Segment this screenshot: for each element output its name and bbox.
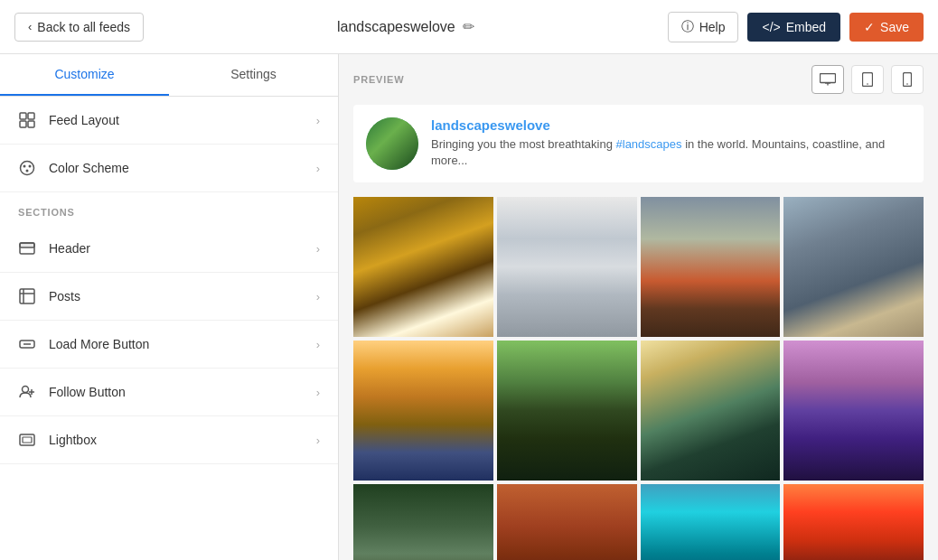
photo-cell[interactable] bbox=[353, 484, 493, 561]
desktop-view-button[interactable] bbox=[811, 65, 844, 94]
svg-rect-1 bbox=[28, 113, 34, 119]
preview-controls bbox=[811, 65, 924, 94]
chevron-right-icon-2: › bbox=[316, 162, 320, 175]
edit-icon[interactable]: ✏ bbox=[463, 18, 474, 35]
profile-header: landscapeswelove Bringing you the most b… bbox=[353, 105, 924, 182]
svg-point-7 bbox=[26, 170, 29, 173]
chevron-right-icon-6: › bbox=[316, 386, 320, 399]
svg-rect-0 bbox=[20, 113, 26, 119]
profile-avatar bbox=[366, 117, 418, 170]
profile-name: landscapeswelove bbox=[431, 117, 911, 133]
help-button[interactable]: ⓘ Help bbox=[668, 12, 739, 42]
tab-settings[interactable]: Settings bbox=[169, 54, 338, 96]
color-scheme-label: Color Scheme bbox=[49, 161, 129, 175]
sections-label: SECTIONS bbox=[0, 192, 338, 225]
feed-layout-label: Feed Layout bbox=[49, 113, 119, 127]
photo-grid: ⧉ ⧉ bbox=[353, 197, 924, 560]
feed-preview: landscapeswelove Bringing you the most b… bbox=[339, 105, 938, 560]
svg-point-6 bbox=[29, 165, 32, 168]
embed-button[interactable]: </> Embed bbox=[747, 13, 840, 42]
svg-rect-10 bbox=[20, 289, 34, 303]
menu-item-color-scheme[interactable]: Color Scheme › bbox=[0, 145, 338, 192]
save-label: Save bbox=[880, 20, 909, 34]
lightbox-label: Lightbox bbox=[49, 433, 97, 447]
svg-point-5 bbox=[23, 165, 26, 168]
chevron-right-icon-5: › bbox=[316, 338, 320, 351]
chevron-right-icon-4: › bbox=[316, 290, 320, 303]
embed-label: Embed bbox=[786, 20, 826, 34]
checkmark-icon: ✓ bbox=[864, 20, 875, 34]
chevron-left-icon: ‹ bbox=[28, 20, 32, 33]
photo-cell[interactable]: ⧉ bbox=[641, 197, 781, 337]
svg-rect-9 bbox=[20, 243, 34, 247]
preview-label: PREVIEW bbox=[353, 74, 404, 85]
menu-item-posts[interactable]: Posts › bbox=[0, 273, 338, 321]
top-bar: ‹ Back to all feeds landscapeswelove ✏ ⓘ… bbox=[0, 0, 938, 54]
avatar-image bbox=[366, 117, 418, 170]
svg-point-26 bbox=[906, 83, 908, 85]
menu-item-follow-button[interactable]: Follow Button › bbox=[0, 369, 338, 416]
help-circle-icon: ⓘ bbox=[681, 19, 694, 35]
grid-icon bbox=[18, 111, 36, 129]
save-button[interactable]: ✓ Save bbox=[849, 13, 924, 42]
load-more-icon bbox=[18, 335, 36, 353]
menu-item-header[interactable]: Header › bbox=[0, 225, 338, 273]
back-label: Back to all feeds bbox=[37, 20, 130, 34]
feed-name-area: landscapeswelove ✏ bbox=[337, 18, 474, 35]
svg-point-24 bbox=[867, 83, 868, 85]
preview-area: PREVIEW bbox=[339, 54, 938, 560]
follow-icon bbox=[18, 383, 36, 401]
main-content: Customize Settings Feed Layout › bbox=[0, 54, 938, 560]
menu-item-feed-layout[interactable]: Feed Layout › bbox=[0, 97, 338, 145]
top-actions: ⓘ Help </> Embed ✓ Save bbox=[668, 12, 924, 42]
photo-cell[interactable] bbox=[497, 484, 637, 561]
back-button[interactable]: ‹ Back to all feeds bbox=[14, 13, 144, 42]
feed-name: landscapeswelove bbox=[337, 19, 455, 35]
header-label: Header bbox=[49, 241, 90, 256]
photo-cell[interactable] bbox=[783, 484, 924, 561]
posts-icon bbox=[18, 287, 36, 305]
posts-label: Posts bbox=[49, 289, 80, 303]
photo-cell[interactable] bbox=[783, 197, 924, 337]
follow-button-label: Follow Button bbox=[49, 385, 126, 399]
photo-cell[interactable] bbox=[783, 341, 924, 481]
tab-customize[interactable]: Customize bbox=[0, 54, 169, 96]
chevron-right-icon: › bbox=[316, 114, 320, 127]
menu-item-load-more[interactable]: Load More Button › bbox=[0, 321, 338, 369]
profile-bio: Bringing you the most breathtaking #land… bbox=[431, 136, 911, 169]
photo-cell[interactable] bbox=[497, 197, 637, 337]
chevron-right-icon-3: › bbox=[316, 242, 320, 256]
chevron-right-icon-7: › bbox=[316, 434, 320, 447]
header-icon bbox=[18, 239, 36, 257]
tablet-view-button[interactable] bbox=[851, 65, 884, 94]
svg-rect-19 bbox=[23, 437, 32, 443]
menu-item-lightbox[interactable]: Lightbox › bbox=[0, 416, 338, 464]
photo-cell[interactable] bbox=[641, 341, 781, 481]
photo-cell[interactable] bbox=[353, 341, 493, 481]
photo-cell[interactable] bbox=[641, 484, 781, 561]
svg-rect-20 bbox=[821, 74, 836, 83]
photo-cell[interactable] bbox=[497, 341, 637, 481]
svg-point-15 bbox=[23, 387, 29, 393]
sidebar: Customize Settings Feed Layout › bbox=[0, 54, 339, 560]
profile-info: landscapeswelove Bringing you the most b… bbox=[431, 117, 911, 169]
svg-rect-3 bbox=[28, 121, 34, 127]
help-label: Help bbox=[699, 20, 726, 34]
load-more-label: Load More Button bbox=[49, 337, 149, 351]
mobile-view-button[interactable] bbox=[891, 65, 924, 94]
lightbox-icon bbox=[18, 431, 36, 449]
sidebar-tabs: Customize Settings bbox=[0, 54, 338, 97]
code-icon: </> bbox=[762, 20, 780, 34]
svg-point-4 bbox=[21, 162, 34, 175]
preview-header: PREVIEW bbox=[339, 54, 938, 105]
photo-cell[interactable]: ⧉ bbox=[353, 197, 493, 337]
svg-rect-2 bbox=[20, 121, 26, 127]
palette-icon bbox=[18, 159, 36, 177]
